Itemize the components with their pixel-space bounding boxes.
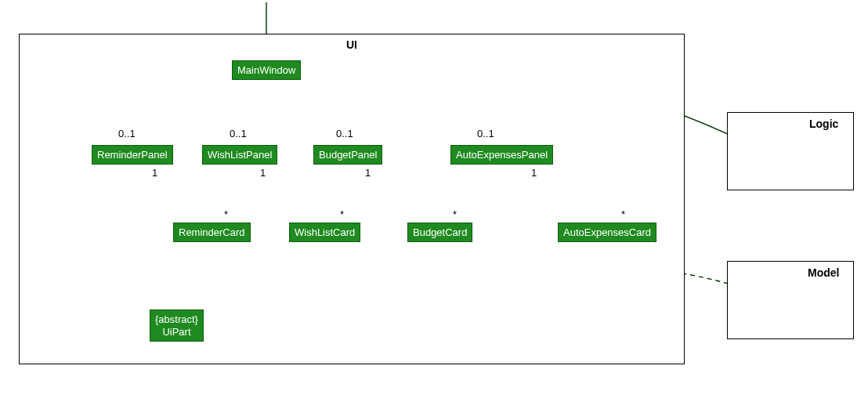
- mult: 1: [531, 167, 537, 179]
- package-model-label: Model: [808, 266, 839, 279]
- class-label: AutoExpensesPanel: [456, 149, 548, 161]
- class-budgetpanel: BudgetPanel: [313, 145, 382, 165]
- class-wishlistcard: WishListCard: [289, 223, 360, 242]
- mult: *: [453, 208, 457, 220]
- class-autoexpensescard: AutoExpensesCard: [558, 223, 656, 242]
- mult: *: [340, 208, 344, 220]
- mult: 0..1: [230, 128, 247, 139]
- mult: *: [224, 208, 228, 220]
- mult: *: [621, 208, 625, 220]
- mult: 1: [260, 167, 266, 179]
- class-mainwindow: MainWindow: [232, 60, 301, 80]
- class-label: WishListPanel: [208, 149, 272, 161]
- mult: 0..1: [118, 128, 136, 139]
- class-remindercard: ReminderCard: [173, 223, 251, 242]
- class-wishlistpanel: WishListPanel: [202, 145, 277, 165]
- package-logic-label: Logic: [809, 118, 838, 130]
- class-label: AutoExpensesCard: [563, 226, 651, 238]
- mult: 1: [152, 167, 157, 179]
- stereotype-label: {abstract}: [155, 313, 198, 325]
- mult: 1: [365, 167, 371, 179]
- package-ui-label: UI: [346, 38, 357, 51]
- class-label: UiPart: [162, 326, 190, 338]
- class-label: BudgetPanel: [319, 149, 377, 161]
- class-budgetcard: BudgetCard: [407, 223, 472, 242]
- class-label: BudgetCard: [413, 226, 467, 238]
- package-ui: [19, 34, 685, 364]
- class-label: ReminderCard: [179, 226, 245, 238]
- class-reminderpanel: ReminderPanel: [92, 145, 173, 165]
- mult: 0..1: [336, 128, 353, 139]
- class-label: ReminderPanel: [97, 149, 168, 161]
- class-label: MainWindow: [237, 64, 295, 76]
- class-uipart: {abstract} UiPart: [150, 309, 204, 342]
- class-label: WishListCard: [295, 226, 355, 238]
- class-autoexpensespanel: AutoExpensesPanel: [450, 145, 553, 165]
- mult: 0..1: [477, 128, 494, 139]
